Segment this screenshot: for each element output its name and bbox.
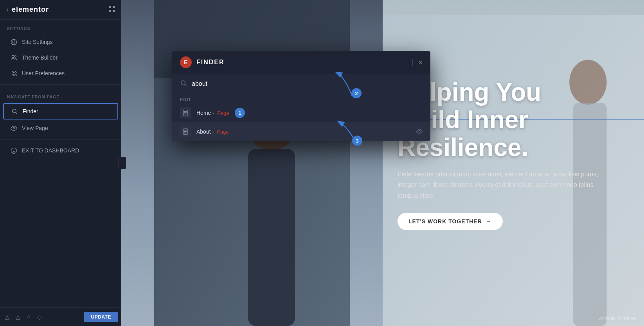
footer-icon-1[interactable]: ◬ [3,312,11,322]
svg-rect-29 [183,129,187,135]
sidebar-header: ‹ elementor [0,0,121,20]
elementor-logo: elementor [12,5,49,14]
finder-title: FINDER [196,59,225,66]
theme-builder-label: Theme Builder [22,54,58,61]
sidebar-item-finder[interactable]: Finder [3,103,118,120]
footer-icon-2[interactable]: △ [14,312,22,322]
sidebar-item-user-preferences[interactable]: User Preferences [3,66,118,81]
svg-line-12 [16,112,17,114]
svg-rect-1 [113,6,115,8]
main-area: Helping YouBuild InnerResilience. Pellen… [121,0,644,326]
svg-rect-2 [109,10,111,12]
eye-indicator [416,129,423,135]
finder-close-button[interactable]: × [418,58,423,67]
sidebar-item-exit[interactable]: EXIT TO DASHBOARD [3,143,118,158]
navigate-section-label: NAVIGATE FROM PAGE [0,88,121,102]
sidebar-footer: ◬ △ ○ ◌ UPDATE [0,307,121,326]
eye-icon [10,125,17,132]
finder-label: Finder [23,108,38,114]
finder-header-left: E FINDER [180,56,225,68]
svg-rect-0 [109,6,111,8]
finder-search-bar [172,74,430,94]
finder-overlay: E FINDER × EDIT [121,0,644,326]
settings-section-label: SETTINGS [0,20,121,34]
user-preferences-label: User Preferences [22,70,65,76]
page-icon-home [180,107,191,118]
back-icon[interactable]: ‹ [6,5,9,14]
footer-icons: ◬ △ ○ ◌ [3,312,44,322]
home-result-name: Home - Page [196,110,229,116]
grid-icon[interactable] [109,6,115,14]
svg-point-33 [419,130,420,132]
svg-rect-25 [183,110,187,116]
globe-icon [10,38,17,45]
step-badge-1: 1 [235,108,245,118]
footer-icon-3[interactable]: ○ [25,312,32,322]
footer-icon-4[interactable]: ◌ [35,312,44,322]
site-settings-label: Site Settings [22,39,53,45]
svg-line-24 [185,84,186,86]
finder-result-home[interactable]: Home - Page [172,103,430,122]
svg-point-11 [13,109,16,113]
theme-icon [10,54,17,61]
sidebar-divider-2 [0,139,121,139]
update-button[interactable]: UPDATE [84,312,118,322]
svg-point-23 [181,81,185,85]
finder-search-input[interactable] [192,80,423,87]
svg-point-10 [14,71,16,73]
svg-point-8 [14,55,16,57]
page-icon-about [180,126,191,137]
sidebar: ‹ elementor SETTINGS Site Settings [0,0,121,326]
sidebar-item-site-settings[interactable]: Site Settings [3,34,118,49]
step-badge-2: 2 [351,88,362,98]
finder-logo: E [180,56,192,68]
exit-label: EXIT TO DASHBOARD [22,147,79,154]
finder-result-about[interactable]: About - Page [172,122,430,141]
sidebar-header-left: ‹ elementor [6,5,49,14]
finder-modal: E FINDER × EDIT [172,51,430,141]
svg-point-13 [13,127,14,129]
finder-header-right: × [412,58,423,67]
sidebar-divider [0,84,121,85]
header-divider [412,59,413,66]
preferences-icon [10,70,17,77]
finder-edit-label: EDIT [172,94,430,103]
svg-point-9 [12,71,13,73]
svg-rect-3 [113,10,115,12]
search-icon [11,108,18,115]
step-badge-3: 3 [352,136,362,146]
finder-header: E FINDER × [172,51,430,74]
sidebar-item-view-page[interactable]: View Page [3,121,118,136]
about-result-name: About - Page [196,129,229,135]
wordpress-icon [10,147,17,154]
svg-point-7 [12,55,14,58]
sidebar-item-theme-builder[interactable]: Theme Builder [3,50,118,65]
view-page-label: View Page [22,125,48,131]
finder-search-icon [180,80,187,88]
